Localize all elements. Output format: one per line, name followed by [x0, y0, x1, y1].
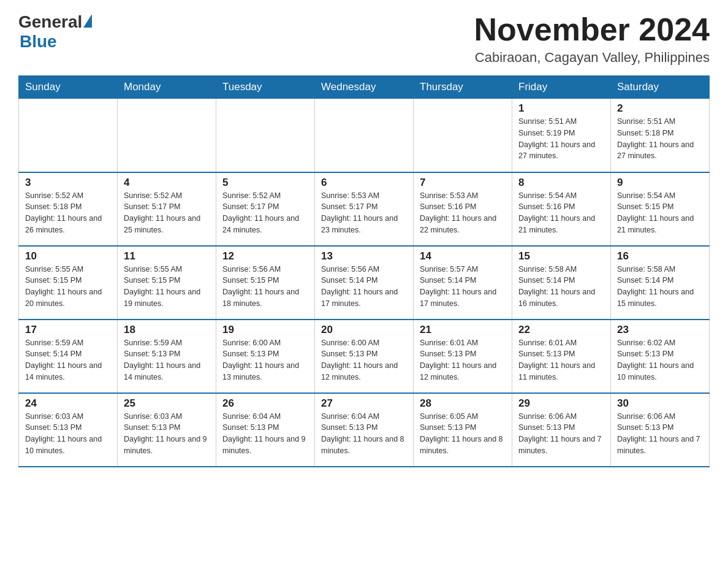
- calendar-cell: [216, 99, 315, 172]
- calendar-cell: 20Sunrise: 6:00 AM Sunset: 5:13 PM Dayli…: [315, 320, 414, 393]
- day-info: Sunrise: 6:02 AM Sunset: 5:13 PM Dayligh…: [617, 337, 703, 383]
- calendar-header-saturday: Saturday: [611, 76, 710, 99]
- day-number: 24: [25, 397, 111, 410]
- day-number: 20: [321, 324, 407, 336]
- day-info: Sunrise: 6:00 AM Sunset: 5:13 PM Dayligh…: [321, 337, 407, 383]
- day-info: Sunrise: 6:04 AM Sunset: 5:13 PM Dayligh…: [321, 411, 407, 457]
- month-title: November 2024: [474, 12, 710, 47]
- calendar-cell: 27Sunrise: 6:04 AM Sunset: 5:13 PM Dayli…: [315, 393, 414, 467]
- calendar-cell: 2Sunrise: 5:51 AM Sunset: 5:18 PM Daylig…: [611, 99, 710, 172]
- day-number: 17: [25, 324, 111, 336]
- day-number: 27: [321, 397, 407, 410]
- calendar-header-row: SundayMondayTuesdayWednesdayThursdayFrid…: [19, 76, 710, 99]
- calendar-cell: 17Sunrise: 5:59 AM Sunset: 5:14 PM Dayli…: [19, 320, 118, 393]
- calendar-header-thursday: Thursday: [414, 76, 512, 99]
- day-number: 23: [617, 324, 703, 336]
- calendar-table: SundayMondayTuesdayWednesdayThursdayFrid…: [18, 75, 710, 467]
- calendar-cell: 9Sunrise: 5:54 AM Sunset: 5:15 PM Daylig…: [611, 172, 710, 246]
- calendar-cell: [19, 99, 118, 172]
- calendar-cell: [414, 99, 512, 172]
- title-block: November 2024 Cabiraoan, Cagayan Valley,…: [474, 12, 710, 66]
- day-info: Sunrise: 5:53 AM Sunset: 5:16 PM Dayligh…: [420, 190, 506, 236]
- logo-blue-text: Blue: [20, 32, 57, 52]
- logo-general-text: General: [18, 12, 82, 32]
- day-number: 14: [420, 250, 506, 262]
- calendar-week-row: 24Sunrise: 6:03 AM Sunset: 5:13 PM Dayli…: [19, 393, 710, 467]
- calendar-cell: 28Sunrise: 6:05 AM Sunset: 5:13 PM Dayli…: [414, 393, 512, 467]
- day-number: 16: [617, 250, 703, 262]
- day-number: 3: [25, 177, 111, 189]
- page-header: General Blue November 2024 Cabiraoan, Ca…: [18, 12, 710, 66]
- day-number: 22: [518, 324, 604, 336]
- calendar-cell: 30Sunrise: 6:06 AM Sunset: 5:13 PM Dayli…: [611, 393, 710, 467]
- day-info: Sunrise: 5:56 AM Sunset: 5:15 PM Dayligh…: [222, 264, 308, 310]
- day-info: Sunrise: 6:00 AM Sunset: 5:13 PM Dayligh…: [222, 337, 308, 383]
- calendar-cell: 22Sunrise: 6:01 AM Sunset: 5:13 PM Dayli…: [512, 320, 611, 393]
- day-info: Sunrise: 5:52 AM Sunset: 5:18 PM Dayligh…: [25, 190, 111, 236]
- calendar-cell: 12Sunrise: 5:56 AM Sunset: 5:15 PM Dayli…: [216, 246, 315, 320]
- day-info: Sunrise: 5:55 AM Sunset: 5:15 PM Dayligh…: [25, 264, 111, 310]
- day-info: Sunrise: 5:51 AM Sunset: 5:19 PM Dayligh…: [518, 116, 604, 162]
- day-number: 6: [321, 177, 407, 189]
- calendar-header-monday: Monday: [118, 76, 216, 99]
- calendar-cell: 21Sunrise: 6:01 AM Sunset: 5:13 PM Dayli…: [414, 320, 512, 393]
- calendar-cell: 10Sunrise: 5:55 AM Sunset: 5:15 PM Dayli…: [19, 246, 118, 320]
- day-number: 19: [222, 324, 308, 336]
- day-number: 15: [518, 250, 604, 262]
- calendar-header-tuesday: Tuesday: [216, 76, 315, 99]
- day-number: 29: [518, 397, 604, 410]
- day-number: 28: [420, 397, 506, 410]
- day-number: 21: [420, 324, 506, 336]
- calendar-cell: 13Sunrise: 5:56 AM Sunset: 5:14 PM Dayli…: [315, 246, 414, 320]
- day-number: 25: [124, 397, 210, 410]
- calendar-cell: 5Sunrise: 5:52 AM Sunset: 5:17 PM Daylig…: [216, 172, 315, 246]
- day-number: 1: [518, 102, 604, 115]
- calendar-cell: 16Sunrise: 5:58 AM Sunset: 5:14 PM Dayli…: [611, 246, 710, 320]
- day-info: Sunrise: 6:01 AM Sunset: 5:13 PM Dayligh…: [518, 337, 604, 383]
- calendar-cell: 14Sunrise: 5:57 AM Sunset: 5:14 PM Dayli…: [414, 246, 512, 320]
- calendar-week-row: 1Sunrise: 5:51 AM Sunset: 5:19 PM Daylig…: [19, 99, 710, 172]
- day-info: Sunrise: 6:06 AM Sunset: 5:13 PM Dayligh…: [617, 411, 703, 457]
- calendar-week-row: 17Sunrise: 5:59 AM Sunset: 5:14 PM Dayli…: [19, 320, 710, 393]
- day-info: Sunrise: 6:05 AM Sunset: 5:13 PM Dayligh…: [420, 411, 506, 457]
- day-info: Sunrise: 5:53 AM Sunset: 5:17 PM Dayligh…: [321, 190, 407, 236]
- calendar-cell: 24Sunrise: 6:03 AM Sunset: 5:13 PM Dayli…: [19, 393, 118, 467]
- calendar-cell: 8Sunrise: 5:54 AM Sunset: 5:16 PM Daylig…: [512, 172, 611, 246]
- day-number: 9: [617, 177, 703, 189]
- day-number: 30: [617, 397, 703, 410]
- calendar-cell: [118, 99, 216, 172]
- day-info: Sunrise: 6:04 AM Sunset: 5:13 PM Dayligh…: [222, 411, 308, 457]
- day-number: 11: [124, 250, 210, 262]
- day-number: 13: [321, 250, 407, 262]
- day-number: 8: [518, 177, 604, 189]
- calendar-cell: 29Sunrise: 6:06 AM Sunset: 5:13 PM Dayli…: [512, 393, 611, 467]
- calendar-cell: 15Sunrise: 5:58 AM Sunset: 5:14 PM Dayli…: [512, 246, 611, 320]
- day-number: 18: [124, 324, 210, 336]
- day-number: 10: [25, 250, 111, 262]
- day-number: 12: [222, 250, 308, 262]
- day-info: Sunrise: 5:59 AM Sunset: 5:14 PM Dayligh…: [25, 337, 111, 383]
- calendar-cell: 11Sunrise: 5:55 AM Sunset: 5:15 PM Dayli…: [118, 246, 216, 320]
- calendar-cell: 25Sunrise: 6:03 AM Sunset: 5:13 PM Dayli…: [118, 393, 216, 467]
- calendar-cell: 18Sunrise: 5:59 AM Sunset: 5:13 PM Dayli…: [118, 320, 216, 393]
- calendar-header-wednesday: Wednesday: [315, 76, 414, 99]
- calendar-cell: 7Sunrise: 5:53 AM Sunset: 5:16 PM Daylig…: [414, 172, 512, 246]
- day-info: Sunrise: 6:06 AM Sunset: 5:13 PM Dayligh…: [518, 411, 604, 457]
- day-number: 5: [222, 177, 308, 189]
- calendar-cell: 3Sunrise: 5:52 AM Sunset: 5:18 PM Daylig…: [19, 172, 118, 246]
- location-text: Cabiraoan, Cagayan Valley, Philippines: [474, 50, 710, 66]
- day-info: Sunrise: 6:03 AM Sunset: 5:13 PM Dayligh…: [124, 411, 210, 457]
- calendar-week-row: 10Sunrise: 5:55 AM Sunset: 5:15 PM Dayli…: [19, 246, 710, 320]
- calendar-cell: 1Sunrise: 5:51 AM Sunset: 5:19 PM Daylig…: [512, 99, 611, 172]
- day-number: 2: [617, 102, 703, 115]
- day-info: Sunrise: 6:03 AM Sunset: 5:13 PM Dayligh…: [25, 411, 111, 457]
- calendar-cell: 26Sunrise: 6:04 AM Sunset: 5:13 PM Dayli…: [216, 393, 315, 467]
- day-info: Sunrise: 5:55 AM Sunset: 5:15 PM Dayligh…: [124, 264, 210, 310]
- day-info: Sunrise: 5:51 AM Sunset: 5:18 PM Dayligh…: [617, 116, 703, 162]
- day-info: Sunrise: 6:01 AM Sunset: 5:13 PM Dayligh…: [420, 337, 506, 383]
- calendar-header-sunday: Sunday: [19, 76, 118, 99]
- day-info: Sunrise: 5:57 AM Sunset: 5:14 PM Dayligh…: [420, 264, 506, 310]
- calendar-cell: [315, 99, 414, 172]
- logo-triangle-icon: [83, 14, 92, 28]
- day-info: Sunrise: 5:59 AM Sunset: 5:13 PM Dayligh…: [124, 337, 210, 383]
